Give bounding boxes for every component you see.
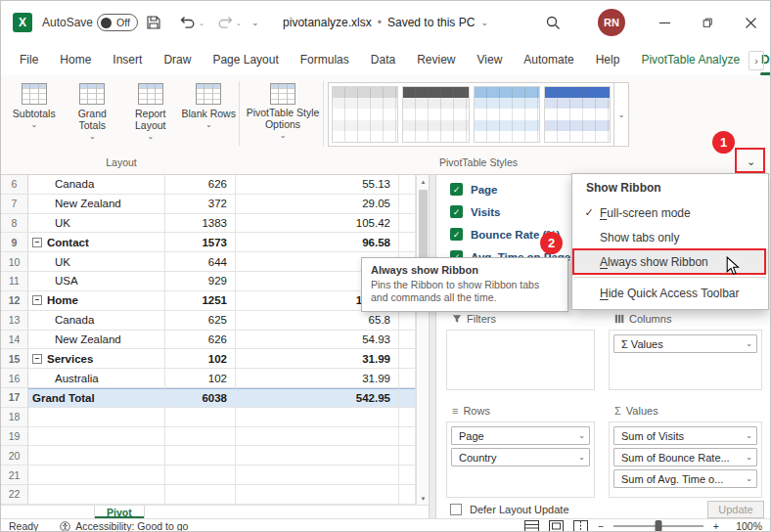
page-layout-view-button[interactable] — [549, 520, 564, 532]
accessibility-status[interactable]: Accessibility: Good to go — [60, 520, 188, 532]
tab-page-layout[interactable]: Page Layout — [202, 44, 289, 75]
cell-label[interactable]: UK — [28, 252, 165, 272]
cell-filler[interactable] — [399, 427, 416, 447]
cell-rate[interactable]: 65.8 — [236, 311, 399, 331]
document-title[interactable]: pivotanalyze.xlsx • Saved to this PC ⌄ — [283, 1, 488, 44]
subtotals-button[interactable]: Subtotals⌄ — [6, 80, 63, 151]
cell-filler[interactable] — [399, 485, 416, 505]
pivot-style-medium-blue[interactable] — [544, 86, 611, 143]
tab-review[interactable]: Review — [406, 44, 466, 75]
cell-visits[interactable]: 372 — [165, 195, 236, 214]
tab-draw[interactable]: Draw — [153, 44, 202, 75]
cell-visits[interactable]: 1383 — [165, 214, 236, 234]
cell-filler[interactable] — [399, 388, 416, 408]
cell-rate[interactable] — [236, 427, 399, 447]
cell-rate[interactable]: 55.13 — [236, 175, 399, 195]
cell-filler[interactable] — [399, 369, 416, 388]
pivot-style-light-blue[interactable] — [474, 86, 540, 143]
pivot-style-light-1[interactable] — [332, 86, 398, 143]
cell-label[interactable] — [28, 446, 165, 466]
tab-view[interactable]: View — [467, 44, 514, 75]
tab-pivottable-analyze[interactable]: PivotTable Analyze — [630, 44, 750, 75]
cell-filler[interactable] — [399, 349, 416, 369]
update-button[interactable]: Update — [707, 501, 764, 518]
tab-home[interactable]: Home — [49, 44, 102, 75]
grand-totals-button[interactable]: Grand Totals⌄ — [64, 80, 120, 151]
cell-label[interactable]: Canada — [28, 311, 165, 331]
cell-rate[interactable] — [236, 446, 399, 466]
row-header[interactable]: 21 — [1, 466, 28, 485]
row-header[interactable]: 20 — [1, 446, 28, 466]
collapse-box-icon[interactable]: − — [32, 295, 42, 305]
report-layout-button[interactable]: Report Layout⌄ — [122, 80, 179, 151]
vertical-scrollbar[interactable]: ▲ ▼ — [416, 175, 429, 505]
cell-visits[interactable] — [165, 446, 236, 466]
columns-drop-area[interactable]: Σ Values⌄ — [609, 330, 762, 390]
close-button[interactable] — [729, 1, 771, 44]
cell-filler[interactable] — [399, 195, 416, 214]
cell-visits[interactable]: 6038 — [165, 388, 236, 408]
cell-rate[interactable]: 31.99 — [236, 369, 399, 388]
cell-visits[interactable] — [165, 485, 236, 505]
row-header[interactable]: 22 — [1, 485, 28, 505]
cell-label[interactable]: −Services — [28, 349, 165, 369]
page-break-view-button[interactable] — [573, 520, 588, 532]
tab-formulas[interactable]: Formulas — [290, 44, 360, 75]
cell-filler[interactable] — [399, 311, 416, 331]
cell-rate[interactable] — [236, 485, 399, 505]
autosave-toggle[interactable]: Off — [97, 14, 138, 31]
cell-filler[interactable] — [399, 214, 416, 234]
cell-label[interactable]: USA — [28, 272, 165, 291]
cell-rate[interactable]: 54.93 — [236, 331, 399, 350]
field-visits[interactable]: ✓Visits — [450, 200, 570, 223]
collapse-box-icon[interactable]: − — [32, 238, 42, 247]
cell-label[interactable]: −Contact — [28, 233, 165, 252]
cell-rate[interactable]: 96.58 — [236, 233, 399, 252]
tab-insert[interactable]: Insert — [102, 44, 153, 75]
cell-filler[interactable] — [399, 331, 416, 350]
cell-visits[interactable]: 1573 — [165, 233, 236, 252]
cell-filler[interactable] — [399, 408, 416, 427]
cell-filler[interactable] — [399, 175, 416, 195]
tab-automate[interactable]: Automate — [513, 44, 584, 75]
cell-label[interactable]: Grand Total — [28, 388, 165, 408]
cell-rate[interactable]: 29.05 — [236, 195, 399, 214]
cell-rate[interactable]: 31.99 — [236, 349, 399, 369]
cell-filler[interactable] — [399, 233, 416, 252]
undo-button[interactable]: ⌄ — [179, 13, 204, 32]
zoom-slider-handle[interactable] — [655, 520, 661, 532]
area-field-pill[interactable]: Page⌄ — [451, 426, 590, 445]
redo-button[interactable]: ⌄ — [216, 13, 242, 32]
zoom-level[interactable]: 100% — [729, 520, 762, 532]
zoom-out-button[interactable]: − — [598, 520, 604, 532]
cell-label[interactable] — [28, 485, 165, 505]
tab-data[interactable]: Data — [360, 44, 406, 75]
cell-visits[interactable]: 929 — [165, 272, 236, 291]
user-avatar[interactable]: RN — [598, 9, 625, 36]
tab-overflow-button[interactable]: › — [748, 51, 764, 70]
sheet-tab-pivot[interactable]: Pivot — [94, 506, 145, 518]
row-header[interactable]: 16 — [1, 369, 28, 388]
filters-drop-area[interactable] — [446, 330, 595, 390]
cell-rate[interactable] — [236, 408, 399, 427]
pane-splitter[interactable] — [429, 175, 436, 518]
cell-visits[interactable] — [165, 427, 236, 447]
cell-visits[interactable]: 626 — [165, 175, 236, 195]
cell-rate[interactable]: 542.95 — [236, 388, 399, 408]
cell-visits[interactable]: 626 — [165, 331, 236, 350]
cell-label[interactable]: Australia — [28, 369, 165, 388]
cell-visits[interactable]: 644 — [165, 252, 236, 272]
cell-label[interactable]: −Home — [28, 291, 165, 311]
row-header[interactable]: 8 — [1, 214, 28, 234]
pivottable-style-options-button[interactable]: PivotTable Style Options ⌄ — [244, 80, 322, 151]
row-header[interactable]: 11 — [1, 272, 28, 291]
normal-view-button[interactable] — [524, 520, 539, 532]
cell-visits[interactable]: 102 — [165, 369, 236, 388]
field-page[interactable]: ✓Page — [450, 178, 570, 200]
zoom-in-button[interactable]: + — [713, 520, 719, 532]
row-header[interactable]: 12 — [1, 291, 28, 311]
area-field-pill[interactable]: Country⌄ — [451, 448, 590, 466]
cell-label[interactable]: New Zealand — [28, 195, 165, 214]
area-field-pill[interactable]: Sum of Bounce Rate...⌄ — [613, 448, 757, 466]
menu-item-full-screen-mode[interactable]: ✓Full-screen mode — [572, 200, 768, 225]
